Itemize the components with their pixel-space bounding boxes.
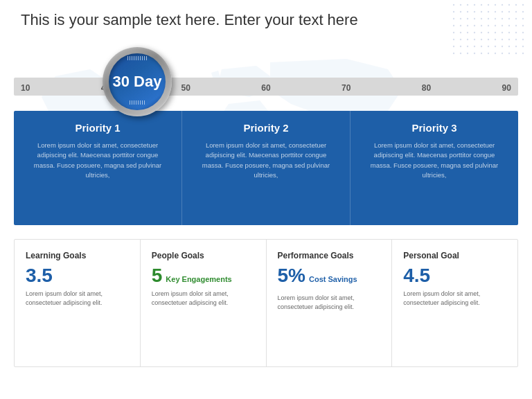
goal-col-performance: Performance Goals 5% Cost Savings Lorem … [267,240,393,366]
ruler-label-70: 70 [342,83,351,93]
magnifier: 30 Day [103,47,172,116]
priority-col-2: Priority 2 Lorem ipsum dolor sit amet, c… [182,111,351,225]
priority-2-title: Priority 2 [196,122,336,134]
goal-col-people: People Goals 5 Key Engagements Lorem ips… [141,240,267,366]
goal-people-badge: Key Engagements [166,275,231,283]
goal-performance-number: 5% [278,266,305,285]
goal-personal-title: Personal Goal [403,251,506,260]
priority-1-body: Lorem ipsum dolor sit amet, consectetuer… [28,141,168,180]
priority-col-1: Priority 1 Lorem ipsum dolor sit amet, c… [14,111,182,225]
dot-pattern-decoration [452,3,529,59]
goal-col-personal: Personal Goal 4.5 Lorem ipsum dolor sit … [392,240,517,366]
goal-people-number: 5 [152,266,163,285]
goal-learning-number: 3.5 [26,266,129,285]
magnifier-inner: 30 Day [109,53,166,110]
magnifier-top-ticks [109,56,166,63]
ruler-label-80: 80 [422,83,431,93]
header-title: This is your sample text here. Enter you… [21,11,358,29]
goal-performance-body: Lorem ipsum dolor sit amet, consectetuer… [278,294,381,312]
goal-col-learning: Learning Goals 3.5 Lorem ipsum dolor sit… [15,240,141,366]
magnifier-outer: 30 Day [103,47,172,116]
goal-learning-body: Lorem ipsum dolor sit amet, consectetuer… [26,290,129,308]
priority-2-body: Lorem ipsum dolor sit amet, consectetuer… [196,141,336,180]
priority-3-body: Lorem ipsum dolor sit amet, consectetuer… [364,141,504,180]
magnifier-bottom-ticks [109,100,166,107]
slide: This is your sample text here. Enter you… [0,0,532,399]
goal-people-body: Lorem ipsum dolor sit amet, consectetuer… [152,290,255,308]
goal-people-number-row: 5 Key Engagements [152,266,255,285]
priority-3-title: Priority 3 [364,122,504,134]
priority-col-3: Priority 3 Lorem ipsum dolor sit amet, c… [351,111,518,225]
goal-performance-title: Performance Goals [278,251,381,260]
ruler-label-90: 90 [502,83,511,93]
priority-section: Priority 1 Lorem ipsum dolor sit amet, c… [14,111,518,225]
goal-personal-number: 4.5 [403,266,506,285]
ruler-label-60: 60 [261,83,270,93]
goal-learning-title: Learning Goals [26,251,129,260]
goal-performance-number-row: 5% Cost Savings [278,266,381,290]
ruler-labels: 10 40 50 60 70 80 90 [14,71,518,105]
magnifier-label: 30 Day [113,74,162,89]
goal-people-title: People Goals [152,251,255,260]
goals-section: Learning Goals 3.5 Lorem ipsum dolor sit… [14,239,518,367]
svg-rect-1 [452,3,529,59]
goal-performance-badge: Cost Savings [309,275,357,283]
ruler-label-50: 50 [181,83,190,93]
ruler-label-10: 10 [21,83,30,93]
priority-1-title: Priority 1 [28,122,168,134]
goal-personal-body: Lorem ipsum dolor sit amet, consectetuer… [403,290,506,308]
ruler-section: 10 40 50 60 70 80 90 [0,69,532,104]
